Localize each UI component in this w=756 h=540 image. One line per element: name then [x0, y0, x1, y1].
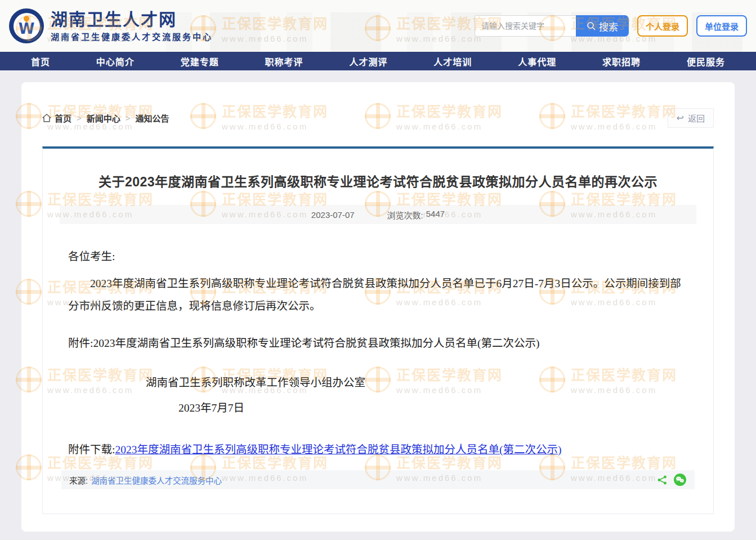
- search-input[interactable]: [475, 15, 576, 37]
- nav-item-public-services[interactable]: 便民服务: [687, 55, 725, 68]
- article-content: 各位考生: 2023年度湖南省卫生系列高级职称专业理论考试符合脱贫县政策拟加分人…: [68, 246, 688, 461]
- source-label: 来源:: [69, 474, 88, 486]
- breadcrumb-news-center[interactable]: 新闻中心: [87, 112, 120, 124]
- nav-item-hr-agency[interactable]: 人事代理: [518, 55, 556, 68]
- main-nav: 首页 中心简介 党建专题 职称考评 人才测评 人才培训 人事代理 求职招聘 便民…: [0, 52, 756, 70]
- breadcrumb-notices[interactable]: 通知公告: [136, 112, 169, 124]
- salutation: 各位考生:: [68, 246, 688, 268]
- site-header: W 湖南卫生人才网 湖南省卫生健康委人才交流服务中心 搜索 个人登录 单位登录: [0, 0, 756, 52]
- article: 关于2023年度湖南省卫生系列高级职称专业理论考试符合脱贫县政策拟加分人员名单的…: [42, 146, 714, 514]
- nav-item-party-building[interactable]: 党建专题: [181, 55, 219, 68]
- site-logo-icon: W: [9, 8, 44, 43]
- search-icon: [587, 21, 596, 30]
- back-arrow-icon: ↩: [677, 114, 684, 123]
- attachment-download-link[interactable]: 2023年度湖南省卫生系列高级职称专业理论考试符合脱贫县政策拟加分人员名单(第二…: [115, 444, 561, 456]
- download-label: 附件下载:: [68, 444, 115, 456]
- signature-date: 2023年7月7日: [68, 397, 688, 419]
- signature: 湖南省卫生系列职称改革工作领导小组办公室: [68, 372, 688, 394]
- views-value: 5447: [426, 209, 445, 221]
- share-nodes-icon[interactable]: [657, 475, 668, 485]
- attachment-note: 附件:2023年度湖南省卫生系列高级职称专业理论考试符合脱贫县政策拟加分人员名单…: [68, 332, 688, 355]
- article-title: 关于2023年度湖南省卫生系列高级职称专业理论考试符合脱贫县政策拟加分人员名单的…: [60, 171, 696, 190]
- breadcrumb: 首页 > 新闻中心 > 通知公告: [42, 112, 169, 124]
- article-views: 浏览次数: 5447: [387, 209, 445, 221]
- share-icons: [657, 473, 687, 487]
- site-title: 湖南卫生人才网: [51, 10, 213, 29]
- nav-item-center-intro[interactable]: 中心简介: [96, 55, 135, 68]
- back-button[interactable]: ↩ 返回: [668, 108, 714, 128]
- search-button[interactable]: 搜索: [576, 15, 629, 37]
- breadcrumb-separator: >: [126, 113, 131, 123]
- nav-item-talent-assessment[interactable]: 人才测评: [349, 55, 387, 68]
- content-card: 首页 > 新闻中心 > 通知公告 ↩ 返回 关于2023年度湖南省卫生系列高级职…: [21, 82, 735, 532]
- article-paragraph: 2023年度湖南省卫生系列高级职称专业理论考试符合脱贫县政策拟加分人员名单已于6…: [68, 273, 688, 318]
- breadcrumb-row: 首页 > 新闻中心 > 通知公告 ↩ 返回: [42, 108, 714, 128]
- personal-login-button[interactable]: 个人登录: [637, 15, 688, 37]
- site-subtitle: 湖南省卫生健康委人才交流服务中心: [51, 30, 213, 42]
- site-logo[interactable]: W 湖南卫生人才网 湖南省卫生健康委人才交流服务中心: [9, 8, 213, 43]
- nav-item-job-recruitment[interactable]: 求职招聘: [602, 55, 641, 68]
- page-body: 首页 > 新闻中心 > 通知公告 ↩ 返回 关于2023年度湖南省卫生系列高级职…: [0, 70, 756, 540]
- source-link[interactable]: 湖南省卫生健康委人才交流服务中心: [91, 474, 222, 486]
- nav-item-title-evaluation[interactable]: 职称考评: [265, 55, 303, 68]
- unit-login-button[interactable]: 单位登录: [696, 15, 747, 37]
- breadcrumb-separator: >: [77, 113, 82, 123]
- header-actions: 搜索 个人登录 单位登录: [475, 15, 747, 37]
- nav-item-talent-training[interactable]: 人才培训: [433, 55, 472, 68]
- breadcrumb-home[interactable]: 首页: [42, 112, 71, 124]
- attachment-download-line: 附件下载:2023年度湖南省卫生系列高级职称专业理论考试符合脱贫县政策拟加分人员…: [68, 439, 688, 461]
- site-title-block: 湖南卫生人才网 湖南省卫生健康委人才交流服务中心: [51, 10, 213, 42]
- search-box: 搜索: [475, 15, 629, 37]
- source-bar: 来源: 湖南省卫生健康委人才交流服务中心: [61, 470, 695, 489]
- article-meta-bar: 2023-07-07 浏览次数: 5447: [60, 205, 696, 224]
- views-label: 浏览次数:: [387, 209, 423, 221]
- wechat-share-icon[interactable]: [673, 473, 687, 487]
- home-icon: [42, 114, 51, 122]
- article-date: 2023-07-07: [311, 210, 355, 220]
- nav-item-home[interactable]: 首页: [31, 55, 50, 68]
